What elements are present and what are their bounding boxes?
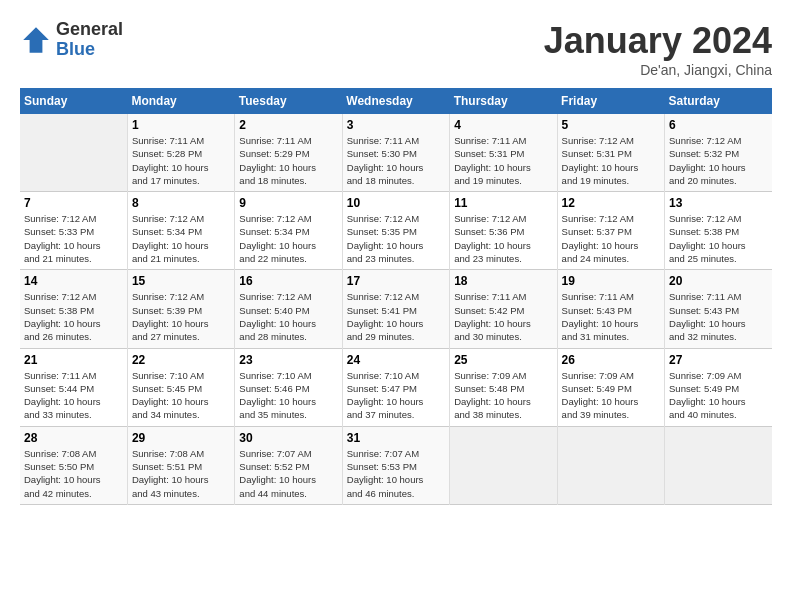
calendar-cell: 14Sunrise: 7:12 AMSunset: 5:38 PMDayligh… <box>20 270 127 348</box>
day-number: 15 <box>132 274 230 288</box>
calendar-cell: 27Sunrise: 7:09 AMSunset: 5:49 PMDayligh… <box>665 348 772 426</box>
header-thursday: Thursday <box>450 88 557 114</box>
days-header-row: SundayMondayTuesdayWednesdayThursdayFrid… <box>20 88 772 114</box>
day-info: Sunrise: 7:11 AMSunset: 5:28 PMDaylight:… <box>132 135 209 186</box>
calendar-cell: 1Sunrise: 7:11 AMSunset: 5:28 PMDaylight… <box>127 114 234 192</box>
calendar-cell: 17Sunrise: 7:12 AMSunset: 5:41 PMDayligh… <box>342 270 449 348</box>
calendar-cell: 19Sunrise: 7:11 AMSunset: 5:43 PMDayligh… <box>557 270 664 348</box>
calendar-cell: 9Sunrise: 7:12 AMSunset: 5:34 PMDaylight… <box>235 192 342 270</box>
header-monday: Monday <box>127 88 234 114</box>
day-info: Sunrise: 7:12 AMSunset: 5:37 PMDaylight:… <box>562 213 639 264</box>
calendar-cell: 29Sunrise: 7:08 AMSunset: 5:51 PMDayligh… <box>127 426 234 504</box>
calendar-cell <box>20 114 127 192</box>
calendar-cell: 11Sunrise: 7:12 AMSunset: 5:36 PMDayligh… <box>450 192 557 270</box>
logo-general: General <box>56 20 123 40</box>
calendar-cell: 30Sunrise: 7:07 AMSunset: 5:52 PMDayligh… <box>235 426 342 504</box>
day-info: Sunrise: 7:10 AMSunset: 5:45 PMDaylight:… <box>132 370 209 421</box>
week-row-3: 14Sunrise: 7:12 AMSunset: 5:38 PMDayligh… <box>20 270 772 348</box>
day-number: 16 <box>239 274 337 288</box>
svg-marker-0 <box>23 27 49 53</box>
day-info: Sunrise: 7:12 AMSunset: 5:36 PMDaylight:… <box>454 213 531 264</box>
day-info: Sunrise: 7:10 AMSunset: 5:46 PMDaylight:… <box>239 370 316 421</box>
week-row-4: 21Sunrise: 7:11 AMSunset: 5:44 PMDayligh… <box>20 348 772 426</box>
calendar-cell: 7Sunrise: 7:12 AMSunset: 5:33 PMDaylight… <box>20 192 127 270</box>
month-title: January 2024 <box>544 20 772 62</box>
calendar-cell: 8Sunrise: 7:12 AMSunset: 5:34 PMDaylight… <box>127 192 234 270</box>
calendar-cell: 26Sunrise: 7:09 AMSunset: 5:49 PMDayligh… <box>557 348 664 426</box>
day-info: Sunrise: 7:08 AMSunset: 5:51 PMDaylight:… <box>132 448 209 499</box>
day-number: 26 <box>562 353 660 367</box>
day-info: Sunrise: 7:12 AMSunset: 5:41 PMDaylight:… <box>347 291 424 342</box>
day-number: 6 <box>669 118 768 132</box>
day-info: Sunrise: 7:12 AMSunset: 5:32 PMDaylight:… <box>669 135 746 186</box>
title-area: January 2024 De'an, Jiangxi, China <box>544 20 772 78</box>
calendar-cell: 2Sunrise: 7:11 AMSunset: 5:29 PMDaylight… <box>235 114 342 192</box>
day-info: Sunrise: 7:07 AMSunset: 5:52 PMDaylight:… <box>239 448 316 499</box>
calendar-cell: 4Sunrise: 7:11 AMSunset: 5:31 PMDaylight… <box>450 114 557 192</box>
day-number: 17 <box>347 274 445 288</box>
day-number: 23 <box>239 353 337 367</box>
calendar-cell: 21Sunrise: 7:11 AMSunset: 5:44 PMDayligh… <box>20 348 127 426</box>
day-number: 22 <box>132 353 230 367</box>
header-wednesday: Wednesday <box>342 88 449 114</box>
day-number: 20 <box>669 274 768 288</box>
day-number: 25 <box>454 353 552 367</box>
day-info: Sunrise: 7:11 AMSunset: 5:44 PMDaylight:… <box>24 370 101 421</box>
logo: General Blue <box>20 20 123 60</box>
day-info: Sunrise: 7:09 AMSunset: 5:48 PMDaylight:… <box>454 370 531 421</box>
day-number: 11 <box>454 196 552 210</box>
day-number: 28 <box>24 431 123 445</box>
header-sunday: Sunday <box>20 88 127 114</box>
calendar-cell: 31Sunrise: 7:07 AMSunset: 5:53 PMDayligh… <box>342 426 449 504</box>
header-friday: Friday <box>557 88 664 114</box>
calendar-cell: 23Sunrise: 7:10 AMSunset: 5:46 PMDayligh… <box>235 348 342 426</box>
day-number: 12 <box>562 196 660 210</box>
day-info: Sunrise: 7:08 AMSunset: 5:50 PMDaylight:… <box>24 448 101 499</box>
day-number: 24 <box>347 353 445 367</box>
calendar-cell: 10Sunrise: 7:12 AMSunset: 5:35 PMDayligh… <box>342 192 449 270</box>
day-number: 21 <box>24 353 123 367</box>
day-number: 8 <box>132 196 230 210</box>
day-info: Sunrise: 7:12 AMSunset: 5:39 PMDaylight:… <box>132 291 209 342</box>
calendar-cell: 25Sunrise: 7:09 AMSunset: 5:48 PMDayligh… <box>450 348 557 426</box>
calendar-cell <box>557 426 664 504</box>
day-number: 13 <box>669 196 768 210</box>
calendar-table: SundayMondayTuesdayWednesdayThursdayFrid… <box>20 88 772 505</box>
calendar-cell: 24Sunrise: 7:10 AMSunset: 5:47 PMDayligh… <box>342 348 449 426</box>
calendar-cell: 22Sunrise: 7:10 AMSunset: 5:45 PMDayligh… <box>127 348 234 426</box>
day-info: Sunrise: 7:11 AMSunset: 5:43 PMDaylight:… <box>669 291 746 342</box>
day-info: Sunrise: 7:12 AMSunset: 5:40 PMDaylight:… <box>239 291 316 342</box>
page-header: General Blue January 2024 De'an, Jiangxi… <box>20 20 772 78</box>
day-info: Sunrise: 7:12 AMSunset: 5:35 PMDaylight:… <box>347 213 424 264</box>
day-info: Sunrise: 7:12 AMSunset: 5:38 PMDaylight:… <box>669 213 746 264</box>
logo-blue: Blue <box>56 40 123 60</box>
logo-text: General Blue <box>56 20 123 60</box>
week-row-5: 28Sunrise: 7:08 AMSunset: 5:50 PMDayligh… <box>20 426 772 504</box>
day-number: 14 <box>24 274 123 288</box>
calendar-cell: 16Sunrise: 7:12 AMSunset: 5:40 PMDayligh… <box>235 270 342 348</box>
day-info: Sunrise: 7:11 AMSunset: 5:31 PMDaylight:… <box>454 135 531 186</box>
calendar-cell: 6Sunrise: 7:12 AMSunset: 5:32 PMDaylight… <box>665 114 772 192</box>
day-number: 29 <box>132 431 230 445</box>
header-tuesday: Tuesday <box>235 88 342 114</box>
day-info: Sunrise: 7:12 AMSunset: 5:34 PMDaylight:… <box>239 213 316 264</box>
day-number: 3 <box>347 118 445 132</box>
calendar-cell: 13Sunrise: 7:12 AMSunset: 5:38 PMDayligh… <box>665 192 772 270</box>
day-info: Sunrise: 7:07 AMSunset: 5:53 PMDaylight:… <box>347 448 424 499</box>
day-info: Sunrise: 7:12 AMSunset: 5:31 PMDaylight:… <box>562 135 639 186</box>
day-number: 4 <box>454 118 552 132</box>
location: De'an, Jiangxi, China <box>544 62 772 78</box>
day-info: Sunrise: 7:09 AMSunset: 5:49 PMDaylight:… <box>562 370 639 421</box>
day-info: Sunrise: 7:11 AMSunset: 5:42 PMDaylight:… <box>454 291 531 342</box>
day-number: 19 <box>562 274 660 288</box>
day-info: Sunrise: 7:11 AMSunset: 5:43 PMDaylight:… <box>562 291 639 342</box>
day-info: Sunrise: 7:10 AMSunset: 5:47 PMDaylight:… <box>347 370 424 421</box>
day-number: 30 <box>239 431 337 445</box>
day-number: 27 <box>669 353 768 367</box>
day-number: 31 <box>347 431 445 445</box>
calendar-cell: 12Sunrise: 7:12 AMSunset: 5:37 PMDayligh… <box>557 192 664 270</box>
day-info: Sunrise: 7:11 AMSunset: 5:29 PMDaylight:… <box>239 135 316 186</box>
calendar-cell <box>450 426 557 504</box>
day-number: 7 <box>24 196 123 210</box>
calendar-cell: 18Sunrise: 7:11 AMSunset: 5:42 PMDayligh… <box>450 270 557 348</box>
